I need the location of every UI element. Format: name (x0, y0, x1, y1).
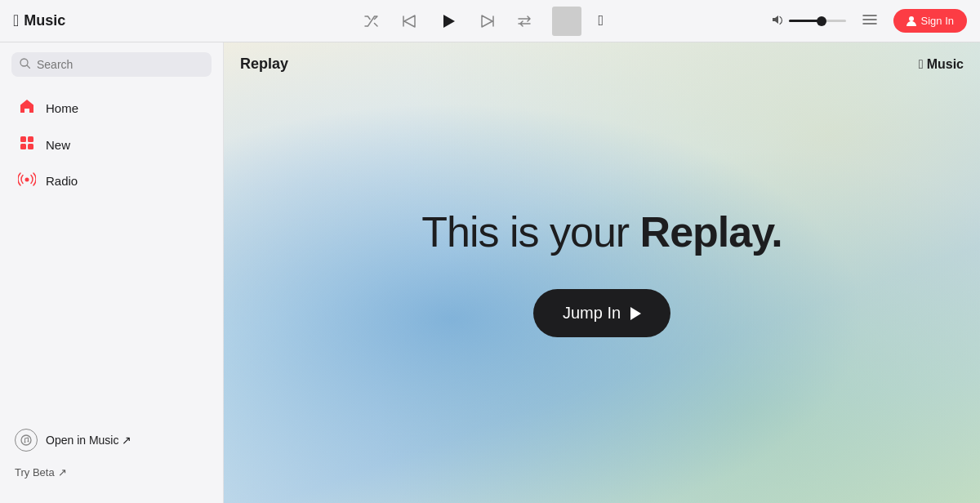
svg-point-13 (28, 441, 29, 443)
search-container (0, 52, 223, 87)
playback-controls-area:  (224, 7, 758, 36)
queue-icon (862, 14, 877, 25)
sidebar-bottom: Open in Music ↗ Try Beta ↗ (0, 416, 223, 493)
new-label: New (46, 138, 70, 152)
search-icon (20, 58, 30, 71)
forward-icon (480, 15, 495, 28)
apple-center-icon:  (598, 12, 604, 29)
next-button[interactable] (477, 11, 498, 31)
music-note-circle-icon (20, 434, 32, 446)
apple-content-logo-icon:  (919, 57, 924, 72)
jump-in-play-icon (630, 307, 641, 320)
search-input-wrap[interactable] (11, 52, 212, 77)
try-beta-link[interactable]: Try Beta ↗ (11, 465, 212, 480)
try-beta-text: Try Beta (15, 466, 55, 479)
magnifier-icon (20, 58, 30, 69)
playback-controls (361, 9, 536, 33)
svg-rect-8 (20, 144, 26, 149)
open-arrow: ↗ (122, 434, 131, 447)
play-pause-button[interactable] (436, 9, 461, 33)
apple-music-logo[interactable]:  Music (13, 11, 65, 30)
apple-logo-icon:  (13, 11, 19, 30)
sidebar: Home New (0, 42, 224, 503)
sidebar-item-new[interactable]: New (5, 127, 218, 163)
try-beta-arrow: ↗ (58, 466, 67, 479)
svg-line-5 (27, 65, 30, 69)
person-icon (906, 16, 916, 27)
queue-button[interactable] (859, 11, 880, 32)
jump-in-button[interactable]: Jump In (533, 289, 670, 337)
jump-in-label: Jump In (563, 304, 621, 323)
open-in-music-label: Open in Music ↗ (46, 434, 131, 447)
replay-main-heading: This is your Replay. (421, 208, 782, 257)
top-bar-right: Sign In (758, 9, 980, 33)
top-bar:  Music (0, 0, 980, 42)
volume-thumb (817, 16, 826, 26)
svg-point-11 (21, 435, 31, 445)
shuffle-icon (364, 16, 379, 27)
repeat-button[interactable] (514, 12, 536, 30)
radio-waves-icon (18, 171, 36, 186)
back-icon (402, 15, 416, 28)
volume-fill (789, 20, 821, 22)
radio-label: Radio (46, 174, 78, 188)
play-icon (439, 12, 457, 30)
home-label: Home (46, 101, 78, 115)
volume-slider[interactable] (789, 20, 846, 22)
open-music-icon (15, 429, 38, 452)
top-bar-left:  Music (0, 11, 224, 30)
nav-items: Home New (0, 87, 223, 416)
volume-icon (771, 14, 784, 28)
apple-music-content-label: Music (927, 57, 964, 72)
app-name-label: Music (24, 12, 65, 29)
sidebar-item-home[interactable]: Home (5, 90, 218, 127)
speaker-icon (771, 14, 784, 25)
svg-rect-7 (28, 136, 33, 142)
home-icon (18, 98, 36, 118)
apple-music-content-logo:  Music (919, 57, 964, 72)
svg-point-12 (24, 442, 26, 443)
heading-bold: Replay. (640, 208, 782, 256)
replay-page-title: Replay (240, 56, 288, 73)
album-thumbnail (552, 7, 581, 36)
new-icon (18, 135, 36, 155)
svg-rect-9 (28, 144, 33, 149)
svg-point-10 (25, 178, 29, 182)
open-in-music-text: Open in Music (46, 434, 118, 447)
radio-icon (18, 171, 36, 190)
shuffle-button[interactable] (361, 12, 382, 30)
content-area: Replay  Music This is your Replay. Jump… (224, 42, 980, 503)
now-playing-area:  (552, 7, 604, 36)
repeat-icon (518, 16, 532, 27)
heading-normal: This is your (421, 208, 639, 256)
sign-in-button[interactable]: Sign In (893, 9, 967, 33)
replay-background: Replay  Music This is your Replay. Jump… (224, 42, 980, 503)
sidebar-item-radio[interactable]: Radio (5, 163, 218, 198)
main-layout: Home New (0, 42, 980, 503)
sign-in-label: Sign In (921, 15, 954, 27)
volume-control (771, 14, 846, 28)
search-input[interactable] (37, 58, 203, 71)
grid-icon (19, 135, 35, 151)
svg-rect-6 (20, 136, 26, 142)
replay-header: Replay  Music (224, 42, 980, 86)
previous-button[interactable] (399, 11, 420, 31)
svg-point-3 (909, 16, 914, 21)
open-in-music[interactable]: Open in Music ↗ (11, 422, 212, 458)
house-icon (19, 98, 35, 114)
